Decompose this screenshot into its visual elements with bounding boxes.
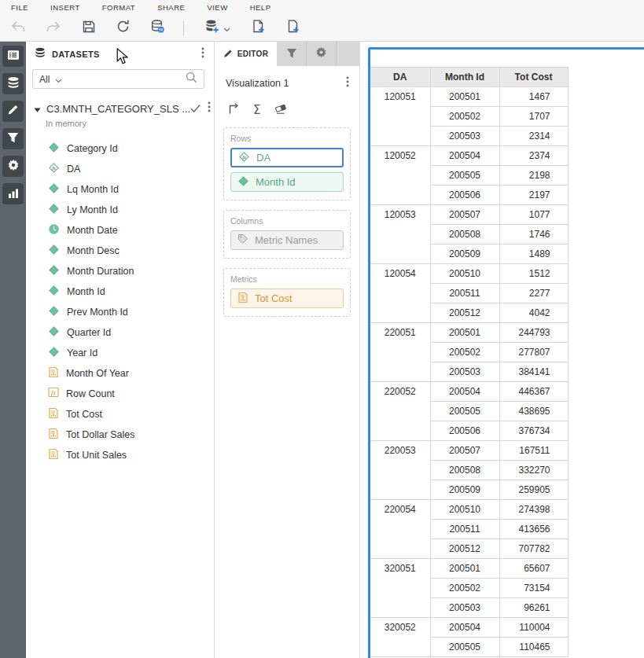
cell-month-id[interactable]: 200510 xyxy=(430,264,499,284)
chip-month-id[interactable]: Month Id xyxy=(230,172,344,192)
cell-tot-cost[interactable]: 259905 xyxy=(499,480,568,500)
cell-da[interactable]: 220052 xyxy=(370,382,430,441)
rail-item-datasets[interactable] xyxy=(2,73,24,94)
cell-da[interactable]: 120051 xyxy=(370,87,430,146)
cell-tot-cost[interactable]: 1707 xyxy=(499,107,568,127)
cell-month-id[interactable]: 200502 xyxy=(430,107,499,127)
cell-tot-cost[interactable]: 2374 xyxy=(499,146,568,166)
cell-tot-cost[interactable]: 1467 xyxy=(499,87,568,107)
visualization-menu-button[interactable] xyxy=(346,76,349,90)
chip-da[interactable]: fxDA xyxy=(230,148,344,167)
menu-insert[interactable]: INSERT xyxy=(50,3,80,12)
field-lq-month-id[interactable]: Lq Month Id xyxy=(26,179,214,200)
chevron-down-icon[interactable] xyxy=(55,72,62,86)
cell-month-id[interactable]: 200512 xyxy=(430,303,499,323)
cell-tot-cost[interactable]: 274398 xyxy=(499,500,568,520)
cell-month-id[interactable]: 200503 xyxy=(430,362,499,382)
cell-month-id[interactable]: 200501 xyxy=(430,87,499,107)
cell-da[interactable]: 320052 xyxy=(370,618,430,657)
menu-help[interactable]: HELP xyxy=(250,3,271,12)
undo-button[interactable] xyxy=(10,20,25,35)
cell-da[interactable]: 120054 xyxy=(370,264,430,323)
chip-metric-names[interactable]: Metric Names xyxy=(230,230,344,250)
tab-editor[interactable]: EDITOR xyxy=(215,42,277,66)
field-month-date[interactable]: Month Date xyxy=(26,220,214,241)
cell-tot-cost[interactable]: 2197 xyxy=(499,186,568,205)
save-button[interactable] xyxy=(83,20,95,36)
dataset-filter-dropdown[interactable]: All xyxy=(39,74,50,85)
cell-da[interactable]: 220051 xyxy=(370,323,430,382)
cell-tot-cost[interactable]: 244793 xyxy=(499,323,568,343)
rail-item-filter[interactable] xyxy=(2,128,24,149)
cell-tot-cost[interactable]: 1489 xyxy=(499,244,568,264)
totals-icon[interactable]: Σ xyxy=(253,103,260,117)
cell-month-id[interactable]: 200508 xyxy=(430,461,499,480)
cell-tot-cost[interactable]: 2198 xyxy=(499,166,568,186)
cell-month-id[interactable]: 200501 xyxy=(430,323,499,343)
cell-month-id[interactable]: 200504 xyxy=(430,618,499,638)
dataset-expand-caret-icon[interactable] xyxy=(34,101,41,116)
field-month-desc[interactable]: Month Desc xyxy=(26,241,214,261)
cell-month-id[interactable]: 200503 xyxy=(430,127,499,146)
cell-month-id[interactable]: 200511 xyxy=(430,284,499,303)
cell-tot-cost[interactable]: 438695 xyxy=(499,402,568,421)
cell-da[interactable]: 220053 xyxy=(370,441,430,500)
cell-da[interactable]: 120053 xyxy=(370,205,430,264)
cell-tot-cost[interactable]: 167511 xyxy=(499,441,568,461)
tab-format[interactable] xyxy=(307,42,337,66)
rows-drop-zone[interactable]: Rows fxDAMonth Id xyxy=(223,127,351,200)
field-month-id[interactable]: Month Id xyxy=(26,281,214,302)
refresh-button[interactable] xyxy=(116,20,130,36)
field-da[interactable]: fxDA xyxy=(26,159,214,179)
cell-tot-cost[interactable]: 73154 xyxy=(499,579,568,598)
cell-tot-cost[interactable]: 446367 xyxy=(499,382,568,402)
field-tot-cost[interactable]: Tot Cost xyxy=(26,404,214,425)
menu-file[interactable]: FILE xyxy=(11,3,28,12)
field-year-id[interactable]: Year Id xyxy=(26,343,214,363)
cell-tot-cost[interactable]: 277807 xyxy=(499,343,568,362)
cell-tot-cost[interactable]: 1746 xyxy=(499,225,568,244)
swap-axes-icon[interactable] xyxy=(226,102,239,118)
cell-tot-cost[interactable]: 413656 xyxy=(499,520,568,539)
cell-month-id[interactable]: 200506 xyxy=(430,421,499,441)
tab-filter[interactable] xyxy=(277,42,307,66)
rail-item-chart[interactable] xyxy=(2,183,24,204)
cell-month-id[interactable]: 200504 xyxy=(430,382,499,402)
cell-month-id[interactable]: 200501 xyxy=(430,559,499,579)
cell-tot-cost[interactable]: 96261 xyxy=(499,598,568,618)
cell-month-id[interactable]: 200505 xyxy=(430,402,499,421)
cell-da[interactable]: 120052 xyxy=(370,146,430,205)
cell-tot-cost[interactable]: 332270 xyxy=(499,461,568,480)
field-tot-dollar-sales[interactable]: Tot Dollar Sales xyxy=(26,425,214,445)
new-page-button[interactable] xyxy=(252,20,265,36)
cell-tot-cost[interactable]: 1077 xyxy=(499,205,568,225)
cell-da[interactable]: 220054 xyxy=(370,500,430,559)
rail-item-settings[interactable] xyxy=(2,156,24,177)
field-month-duration[interactable]: Month Duration xyxy=(26,261,214,281)
cell-month-id[interactable]: 200508 xyxy=(430,225,499,244)
field-tot-unit-sales[interactable]: Tot Unit Sales xyxy=(26,445,214,465)
cell-month-id[interactable]: 200507 xyxy=(430,205,499,225)
cell-month-id[interactable]: 200502 xyxy=(430,579,499,598)
field-row-count[interactable]: fxRow Count xyxy=(26,384,214,404)
field-quarter-id[interactable]: Quarter Id xyxy=(26,322,214,343)
column-header-month-id[interactable]: Month Id xyxy=(430,68,499,87)
chevron-down-icon[interactable] xyxy=(223,21,230,35)
cell-month-id[interactable]: 200504 xyxy=(430,146,499,166)
cell-tot-cost[interactable]: 384141 xyxy=(499,362,568,382)
cell-month-id[interactable]: 200507 xyxy=(430,441,499,461)
datasets-menu-button[interactable] xyxy=(201,47,204,61)
cell-tot-cost[interactable]: 2314 xyxy=(499,127,568,146)
dataset-search-box[interactable]: All xyxy=(32,69,204,89)
rail-item-edit[interactable] xyxy=(2,101,24,122)
field-prev-month-id[interactable]: Prev Month Id xyxy=(26,302,214,322)
metrics-drop-zone[interactable]: Metrics Tot Cost xyxy=(223,268,351,317)
rail-item-contents[interactable] xyxy=(2,46,24,67)
field-ly-month-id[interactable]: Ly Month Id xyxy=(26,200,214,220)
dataset-menu-button[interactable] xyxy=(208,101,211,116)
cell-tot-cost[interactable]: 376734 xyxy=(499,421,568,441)
cell-month-id[interactable]: 200506 xyxy=(430,186,499,205)
column-header-da[interactable]: DA xyxy=(370,68,430,87)
field-category-id[interactable]: Category Id xyxy=(26,138,214,159)
add-data-button[interactable] xyxy=(205,20,230,36)
